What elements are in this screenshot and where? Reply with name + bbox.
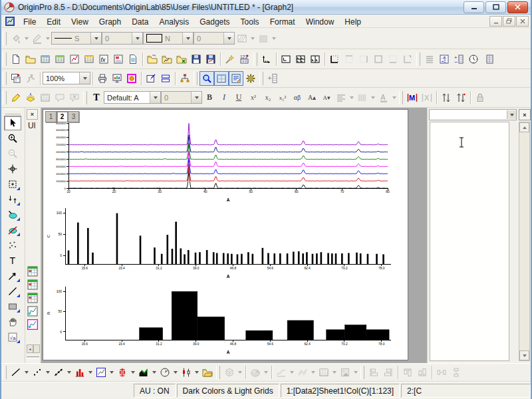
new-function-button[interactable]: fx (96, 52, 111, 66)
plot-image-dropdown[interactable] (352, 365, 359, 380)
restore-button[interactable] (485, 1, 506, 13)
distribute-horizontal-button[interactable] (434, 365, 449, 380)
plot-image-button[interactable] (338, 365, 352, 380)
view-zoom-button[interactable] (200, 71, 214, 86)
menu-window[interactable]: Window (301, 16, 340, 28)
menu-analysis[interactable]: Analysis (154, 16, 195, 28)
layout-rows-button[interactable] (158, 71, 173, 86)
flyout-corner-icon[interactable] (17, 217, 20, 221)
scroll-up-icon[interactable] (519, 122, 529, 132)
import-ascii-button[interactable]: 123 (237, 52, 252, 66)
spacing-button[interactable] (355, 90, 370, 105)
line-width-combo[interactable]: 0 (102, 32, 143, 45)
open-excel-button[interactable] (174, 52, 189, 66)
font-size-combo[interactable]: 0 (161, 91, 202, 104)
plot-3d-wireframe-button[interactable] (295, 365, 310, 380)
plot-3d-surface-button[interactable] (274, 365, 289, 380)
line-style-dropdown-button[interactable] (90, 33, 101, 44)
border-style-dropdown-button[interactable] (182, 33, 193, 44)
font-size-dropdown-button[interactable] (191, 92, 201, 103)
decrease-font-button[interactable]: A▾ (319, 90, 334, 105)
add-comment-button[interactable] (53, 90, 67, 105)
window-book2-icon[interactable] (27, 279, 39, 289)
annotation-button[interactable] (4, 177, 21, 192)
window-book3-icon[interactable] (27, 293, 39, 303)
font-color-button[interactable]: A (376, 90, 391, 105)
mask-range-button[interactable]: M (405, 90, 420, 105)
align-right-button[interactable] (381, 365, 396, 380)
close-button[interactable] (507, 1, 528, 13)
format-object-button[interactable] (9, 90, 23, 105)
strip-scrollbar[interactable]: ◂ (27, 344, 40, 352)
full-screen-view-button[interactable] (110, 71, 124, 86)
window-book1-icon[interactable] (27, 266, 39, 276)
quick-help-combo[interactable] (429, 109, 517, 120)
alignment-button[interactable] (334, 90, 348, 105)
plot-3d-pie-button[interactable] (248, 365, 263, 380)
edit-graph-button[interactable] (144, 71, 158, 86)
font-color-dropdown[interactable] (391, 90, 398, 105)
minimize-button[interactable] (464, 1, 484, 13)
pointer-button[interactable] (4, 116, 21, 130)
unmask-points-button[interactable] (4, 223, 21, 237)
plot-3d-scatter-button[interactable] (222, 365, 237, 380)
new-notes-button[interactable] (126, 52, 140, 66)
border-width-dropdown-button[interactable] (223, 33, 234, 44)
menu-help[interactable]: Help (339, 16, 366, 28)
text-tool-button[interactable]: T (4, 253, 21, 268)
layer-four-button[interactable] (293, 52, 308, 66)
plot-scatter-button[interactable] (30, 365, 45, 380)
strip-close-icon[interactable]: × (27, 109, 38, 120)
italic-button[interactable]: I (217, 90, 231, 105)
graph-window-icon[interactable] (5, 16, 15, 27)
underline-button[interactable]: U (231, 90, 246, 105)
plot-3d-pie-dropdown[interactable] (263, 365, 269, 380)
flyout-corner-icon[interactable] (17, 294, 20, 297)
axis-frame-button[interactable] (371, 52, 386, 66)
superscript-button[interactable]: x² (246, 90, 261, 105)
line-tool-button[interactable] (4, 284, 21, 299)
save-project-button[interactable] (189, 52, 203, 66)
import-wizard-button[interactable] (223, 52, 237, 66)
format-worksheet-button[interactable] (38, 90, 53, 105)
axis-bottom-left-button[interactable] (327, 52, 342, 66)
pan-tool-button[interactable] (4, 315, 21, 329)
axis-top-button[interactable] (342, 52, 356, 66)
plot-polar-dropdown[interactable] (172, 365, 179, 380)
increase-font-button[interactable]: A▴ (305, 90, 319, 105)
chevron-down-icon[interactable] (507, 110, 516, 119)
axis-right-button[interactable] (356, 52, 371, 66)
set-column-values-button[interactable]: −B+C (437, 52, 452, 66)
swap-mask-button[interactable] (439, 90, 454, 105)
add-delete-columns-button[interactable]: +− (452, 52, 466, 66)
format-page-button[interactable] (23, 90, 38, 105)
bold-button[interactable]: B (202, 90, 217, 105)
menu-graph[interactable]: Graph (94, 16, 126, 28)
window-graph1-icon[interactable] (27, 306, 39, 316)
subscript-button[interactable]: x₂ (261, 90, 275, 105)
date-time-button[interactable] (466, 52, 481, 66)
plot-area-button[interactable] (136, 365, 151, 380)
lock-position-button[interactable] (473, 90, 487, 105)
border-style-combo[interactable]: N (143, 32, 194, 45)
layer-single-button[interactable] (279, 52, 293, 66)
line-color-dropdown[interactable] (45, 31, 51, 46)
window-graph2-icon[interactable] (27, 319, 39, 329)
line-style-combo[interactable]: S (51, 32, 102, 45)
layer-double-button[interactable] (308, 52, 323, 66)
quick-help-close-icon[interactable]: × (519, 109, 531, 120)
new-layout-button[interactable] (111, 52, 126, 66)
child-restore-button[interactable] (503, 16, 515, 27)
menu-data[interactable]: Data (126, 16, 154, 28)
flyout-corner-icon[interactable] (17, 202, 20, 205)
plot-line-symbol-dropdown[interactable] (66, 365, 72, 380)
new-graph-button[interactable] (67, 52, 82, 66)
plot-matrix-dropdown[interactable] (331, 365, 338, 380)
plot-3d-scatter-dropdown[interactable] (237, 365, 243, 380)
menu-format[interactable]: Format (265, 16, 301, 28)
flyout-corner-icon[interactable] (17, 279, 20, 282)
cluster-button[interactable] (4, 238, 21, 253)
plot-box-dropdown[interactable] (130, 365, 136, 380)
screen-reader-button[interactable] (4, 162, 21, 176)
stack-lines-button[interactable] (422, 52, 437, 66)
